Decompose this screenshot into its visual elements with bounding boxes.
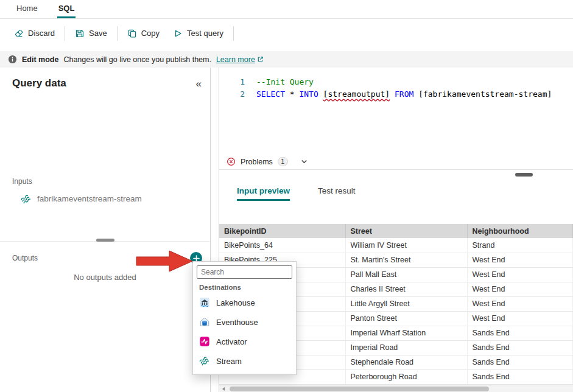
table-cell: Sands End (467, 340, 573, 355)
test-query-label: Test query (187, 29, 223, 38)
toolbar-divider (65, 26, 65, 41)
menu-item-activator[interactable]: Activator (193, 332, 296, 351)
banner-message: Changes will go live once you publish th… (63, 55, 211, 64)
table-cell: West End (467, 282, 573, 296)
column-header[interactable]: Neighbourhood (467, 224, 573, 238)
table-cell: Imperial Wharf Station (345, 326, 467, 340)
banner-title: Edit mode (22, 55, 58, 64)
table-cell: West End (467, 267, 573, 282)
preview-table-header-row: BikepointIDStreetNeighbourhood (219, 224, 573, 238)
collapse-panel-icon[interactable]: « (196, 79, 202, 89)
menu-item-label: Lakehouse (216, 298, 255, 307)
horizontal-scrollbar[interactable] (219, 385, 573, 392)
eraser-icon (14, 29, 24, 38)
results-tabs: Input preview Test result (237, 186, 356, 201)
save-icon (75, 29, 85, 38)
table-cell: William IV Street (345, 238, 467, 253)
search-input[interactable] (197, 265, 292, 279)
copy-label: Copy (141, 29, 160, 38)
table-row[interactable]: BikePoints_64William IV StreetStrand (219, 238, 573, 253)
no-outputs-text: No outputs added (0, 273, 210, 282)
table-cell: Little Argyll Street (345, 296, 467, 311)
menu-item-label: Stream (216, 357, 242, 366)
table-cell: Stephendale Road (345, 355, 467, 369)
outputs-section-label: Outputs (12, 254, 38, 262)
menu-item-stream[interactable]: Stream (193, 351, 296, 371)
stream-icon (21, 193, 32, 204)
table-cell: Sands End (467, 326, 573, 340)
table-cell: Peterborough Road (345, 369, 467, 384)
problems-count-badge: 1 (278, 157, 288, 166)
edit-mode-banner: Edit mode Changes will go live once you … (0, 51, 573, 68)
external-link-icon (257, 56, 264, 63)
tab-input-preview[interactable]: Input preview (237, 186, 290, 201)
menu-item-label: Eventhouse (216, 318, 258, 327)
code-token: [fabrikameventstream-stream] (418, 89, 552, 99)
sql-code-editor[interactable]: 1 --Init Query 2 SELECT * INTO [streamou… (219, 68, 573, 154)
line-number: 2 (219, 88, 245, 100)
table-cell: Strand (467, 238, 573, 253)
stream-icon (199, 355, 210, 366)
panel-resize-gripper[interactable] (96, 239, 114, 242)
table-cell: West End (467, 253, 573, 267)
error-icon (227, 157, 236, 166)
toolbar: Discard Save Copy Test query (0, 19, 573, 47)
table-cell: Imperial Road (345, 340, 467, 355)
activator-icon (199, 336, 210, 347)
code-token: SELECT (256, 89, 285, 99)
learn-more-link[interactable]: Learn more (216, 55, 264, 64)
eventhouse-icon (199, 317, 210, 327)
problems-bar: Problems 1 (219, 154, 573, 170)
play-icon (173, 29, 183, 38)
scrollbar-thumb[interactable] (230, 387, 489, 391)
code-comment: --Init Query (245, 76, 314, 88)
problems-label: Problems (241, 158, 273, 166)
chevron-down-icon[interactable] (300, 158, 308, 166)
save-label: Save (89, 29, 107, 38)
code-token (413, 89, 418, 99)
column-header[interactable]: Street (345, 224, 467, 238)
copy-button[interactable]: Copy (121, 24, 166, 43)
code-token (318, 89, 323, 99)
destinations-section-label: Destinations (199, 284, 296, 291)
menu-item-lakehouse[interactable]: Lakehouse (193, 293, 296, 312)
line-number: 1 (219, 76, 245, 88)
table-cell: BikePoints_64 (219, 238, 345, 253)
code-line-2-content: SELECT * INTO [streamoutput] FROM [fabri… (245, 88, 552, 100)
toolbar-divider (117, 26, 118, 41)
code-token: INTO (299, 89, 318, 99)
table-cell: Panton Street (345, 311, 467, 326)
toolbar-divider (233, 26, 234, 41)
table-cell: West End (467, 296, 573, 311)
tab-home[interactable]: Home (15, 4, 39, 18)
table-cell: Sands End (467, 369, 573, 384)
table-cell: Sands End (467, 355, 573, 369)
column-header[interactable]: BikepointID (219, 224, 345, 238)
inputs-section-label: Inputs (12, 177, 32, 186)
save-button[interactable]: Save (68, 24, 114, 43)
tab-sql[interactable]: SQL (57, 4, 76, 18)
destinations-dropdown: Destinations LakehouseEventhouseActivato… (192, 261, 297, 375)
lakehouse-icon (199, 297, 210, 308)
table-cell: Charles II Street (345, 282, 467, 296)
table-cell: West End (467, 311, 573, 326)
menu-item-label: Activator (216, 337, 247, 346)
table-cell: Pall Mall East (345, 267, 467, 282)
input-stream-name: fabrikameventstream-stream (37, 194, 142, 203)
discard-button[interactable]: Discard (7, 24, 62, 43)
results-resize-gripper[interactable] (515, 173, 533, 177)
code-token: FROM (395, 89, 413, 99)
test-query-button[interactable]: Test query (166, 24, 230, 43)
code-token-error: [streamoutput] (323, 89, 390, 99)
input-stream-item[interactable]: fabrikameventstream-stream (21, 193, 142, 204)
app-tab-bar: Home SQL (0, 0, 573, 19)
tab-test-result[interactable]: Test result (318, 186, 356, 201)
menu-item-eventhouse[interactable]: Eventhouse (193, 312, 296, 332)
discard-label: Discard (28, 29, 55, 38)
scroll-left-icon[interactable] (221, 387, 226, 391)
panel-title: Query data (12, 77, 66, 89)
learn-more-label: Learn more (216, 55, 255, 64)
info-icon (8, 55, 17, 64)
destination-list: LakehouseEventhouseActivatorStream (193, 293, 296, 371)
code-token: * (285, 89, 299, 99)
